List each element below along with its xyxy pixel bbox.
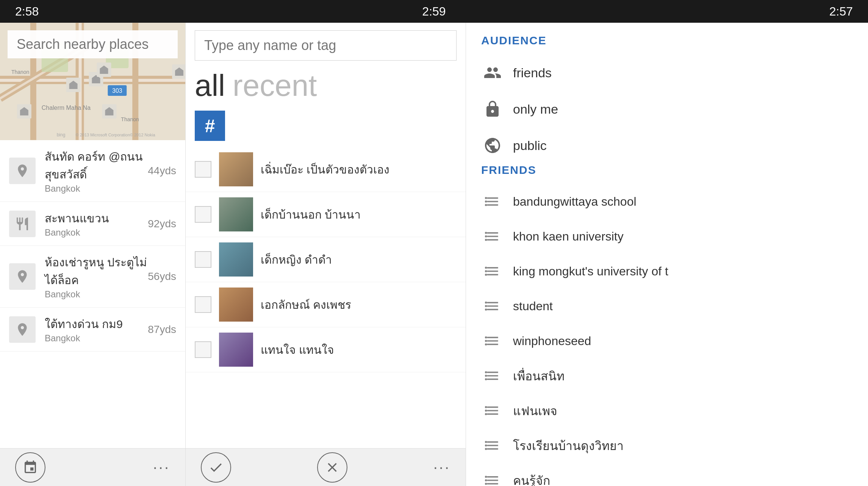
friends-list-icon bbox=[481, 364, 504, 387]
svg-point-48 bbox=[485, 476, 487, 478]
friends-label: แฟนเพจ bbox=[513, 401, 557, 420]
svg-point-30 bbox=[485, 267, 487, 269]
place-icon-food bbox=[9, 211, 36, 237]
left-panel: 303 Thanon Thanon Chalerm Maha Na bing ©… bbox=[0, 23, 186, 486]
friends-list-item[interactable]: แฟนเพจ bbox=[481, 393, 853, 428]
svg-point-27 bbox=[485, 232, 487, 234]
main-container: 303 Thanon Thanon Chalerm Maha Na bing ©… bbox=[0, 23, 868, 486]
person-item[interactable]: เด็กหญิง ดำดำ bbox=[186, 237, 466, 282]
place-item[interactable]: ใต้ทางด่วน กม9 Bangkok 87yds bbox=[0, 308, 185, 352]
place-item[interactable]: สันทัด คอร์ท @ถนนสุขสวัสดิ์ Bangkok 44yd… bbox=[0, 140, 185, 202]
person-checkbox[interactable] bbox=[195, 206, 211, 223]
friends-label: คนรู้จัก bbox=[513, 471, 550, 486]
person-avatar bbox=[219, 333, 253, 367]
place-city: Bangkok bbox=[45, 227, 148, 238]
person-item[interactable]: เฉิ่มเบ๊อะ เป็นตัวของตัวเอง bbox=[186, 147, 466, 192]
hash-badge[interactable]: # bbox=[195, 111, 225, 141]
person-checkbox[interactable] bbox=[195, 296, 211, 313]
friends-list-icon bbox=[481, 330, 504, 352]
place-city: Bangkok bbox=[45, 183, 148, 194]
map-search-input[interactable] bbox=[8, 30, 178, 58]
svg-point-25 bbox=[485, 200, 487, 203]
friends-icon bbox=[481, 61, 504, 84]
friends-list-icon bbox=[481, 469, 504, 486]
globe-icon bbox=[481, 134, 504, 157]
status-bar: 2:58 2:59 2:57 bbox=[0, 0, 868, 23]
place-icon-location bbox=[9, 316, 36, 343]
friends-label: student bbox=[513, 299, 553, 313]
friends-list-item[interactable]: คนรู้จัก bbox=[481, 463, 853, 486]
svg-point-45 bbox=[485, 441, 487, 443]
place-city: Bangkok bbox=[45, 333, 148, 344]
close-button[interactable] bbox=[317, 452, 347, 483]
map-container: 303 Thanon Thanon Chalerm Maha Na bing ©… bbox=[0, 23, 185, 140]
tag-search-input[interactable] bbox=[195, 30, 457, 61]
friends-list-icon bbox=[481, 399, 504, 422]
friends-list-item[interactable]: khon kaen university bbox=[481, 219, 853, 254]
svg-point-43 bbox=[485, 409, 487, 412]
svg-point-33 bbox=[485, 302, 487, 304]
tab-all[interactable]: all bbox=[195, 68, 225, 103]
svg-point-24 bbox=[485, 197, 487, 199]
place-distance: 92yds bbox=[148, 218, 176, 230]
place-item[interactable]: สะพานแขวน Bangkok 92yds bbox=[0, 202, 185, 246]
friends-list-icon bbox=[481, 225, 504, 248]
time-left: 2:58 bbox=[15, 5, 39, 19]
place-name: ใต้ทางด่วน กม9 bbox=[45, 315, 148, 333]
middle-panel: all recent # เฉิ่มเบ๊อะ เป็นตัวของตัวเอง bbox=[186, 23, 466, 486]
person-item[interactable]: เด็กบ้านนอก บ้านนา bbox=[186, 192, 466, 237]
place-info: ใต้ทางด่วน กม9 Bangkok bbox=[45, 315, 148, 344]
friends-list-item[interactable]: โรงเรียนบ้านดุงวิทยา bbox=[481, 428, 853, 463]
person-item[interactable]: แทนใจ แทนใจ bbox=[186, 327, 466, 372]
friends-title: FRIENDS bbox=[481, 164, 853, 177]
friends-label: king mongkut's university of t bbox=[513, 264, 668, 278]
friends-list-item[interactable]: winphoneseed bbox=[481, 323, 853, 358]
svg-point-46 bbox=[485, 444, 487, 447]
audience-item-only-me[interactable]: only me bbox=[481, 91, 853, 127]
audience-item-public[interactable]: public bbox=[481, 127, 853, 164]
svg-point-28 bbox=[485, 235, 487, 238]
svg-point-39 bbox=[485, 371, 487, 373]
friends-label: เพื่อนสนิท bbox=[513, 366, 565, 386]
bottom-bar-left: ··· bbox=[0, 448, 185, 486]
friends-list-icon bbox=[481, 260, 504, 283]
tab-recent[interactable]: recent bbox=[233, 68, 317, 103]
friends-list-item[interactable]: เพื่อนสนิท bbox=[481, 358, 853, 393]
svg-point-34 bbox=[485, 305, 487, 307]
person-avatar bbox=[219, 152, 253, 186]
person-checkbox[interactable] bbox=[195, 251, 211, 268]
audience-item-friends[interactable]: friends bbox=[481, 55, 853, 91]
hash-symbol: # bbox=[205, 116, 215, 136]
time-right: 2:57 bbox=[829, 5, 853, 19]
friends-list-item[interactable]: king mongkut's university of t bbox=[481, 254, 853, 289]
person-checkbox[interactable] bbox=[195, 161, 211, 178]
check-button[interactable] bbox=[201, 452, 231, 483]
person-checkbox[interactable] bbox=[195, 341, 211, 358]
friends-list-item[interactable]: bandungwittaya school bbox=[481, 184, 853, 219]
friends-label: khon kaen university bbox=[513, 230, 624, 244]
svg-point-47 bbox=[485, 448, 487, 450]
friends-list-icon bbox=[481, 434, 504, 457]
friends-list-item[interactable]: student bbox=[481, 289, 853, 323]
more-button-left[interactable]: ··· bbox=[153, 459, 170, 476]
place-distance: 44yds bbox=[148, 165, 176, 177]
more-button-middle[interactable]: ··· bbox=[433, 459, 450, 476]
place-info: ห้องเช่ารูหนู ประตูไม่ได้ล็อค Bangkok bbox=[45, 253, 148, 300]
place-city: Bangkok bbox=[45, 289, 148, 300]
svg-point-44 bbox=[485, 413, 487, 415]
lock-icon bbox=[481, 98, 504, 120]
place-name: สันทัด คอร์ท @ถนนสุขสวัสดิ์ bbox=[45, 148, 148, 183]
pin-button[interactable] bbox=[15, 452, 45, 483]
place-name: สะพานแขวน bbox=[45, 209, 148, 227]
person-name: เอกลักษณ์ คงเพชร bbox=[261, 296, 351, 314]
time-center: 2:59 bbox=[422, 5, 446, 19]
audience-label-only-me: only me bbox=[513, 102, 558, 117]
person-avatar bbox=[219, 242, 253, 277]
place-item[interactable]: ห้องเช่ารูหนู ประตูไม่ได้ล็อค Bangkok 56… bbox=[0, 246, 185, 308]
audience-label-friends: friends bbox=[513, 66, 552, 80]
place-info: สะพานแขวน Bangkok bbox=[45, 209, 148, 238]
friends-list-icon bbox=[481, 190, 504, 213]
svg-point-35 bbox=[485, 308, 487, 311]
person-item[interactable]: เอกลักษณ์ คงเพชร bbox=[186, 282, 466, 327]
audience-title: AUDIENCE bbox=[481, 34, 853, 47]
